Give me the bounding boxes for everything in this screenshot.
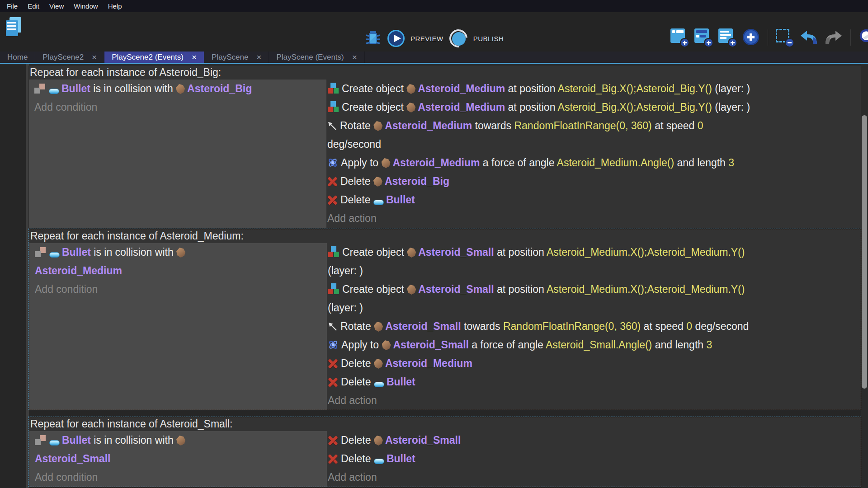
event-header[interactable]: Repeat for each instance of Asteroid_Sma…: [28, 417, 861, 431]
text: is in collision with: [90, 83, 176, 94]
action-row[interactable]: Rotate Asteroid_Small towards RandomFloa…: [328, 317, 847, 336]
events-stack: Repeat for each instance of Asteroid_Big…: [28, 66, 861, 487]
search-icon[interactable]: [858, 28, 868, 47]
action-row[interactable]: Create object Asteroid_Small at position…: [328, 280, 847, 317]
text: is in collision with: [91, 434, 176, 446]
collision-icon: [35, 247, 47, 258]
text: Create object: [342, 83, 406, 94]
tab-playscene2[interactable]: PlayScene2 ×: [35, 52, 104, 63]
action-row[interactable]: Rotate Asteroid_Medium towards RandomFlo…: [327, 117, 848, 154]
action-row[interactable]: Delete Asteroid_Medium: [328, 354, 847, 373]
tab-playscene2-events[interactable]: PlayScene2 (Events) ×: [104, 52, 204, 63]
expression: 0: [686, 320, 692, 332]
asteroid-object-icon: [382, 340, 391, 350]
asteroid-object-icon: [374, 359, 383, 369]
action-row[interactable]: Apply to Asteroid_Small a force of angle…: [328, 336, 847, 354]
text: at speed: [641, 320, 686, 332]
text: Delete: [340, 175, 373, 187]
text: at position: [505, 101, 557, 113]
tab-home[interactable]: Home: [0, 52, 35, 63]
condition-row[interactable]: Bullet is in collision with Asteroid_Sma…: [35, 431, 322, 468]
add-comment-icon[interactable]: [718, 28, 736, 47]
publish-globe-icon[interactable]: [449, 29, 467, 47]
asteroid-object-icon: [176, 248, 185, 258]
actions-panel: Create object Asteroid_Medium at positio…: [326, 80, 861, 228]
bullet-object-icon: [374, 459, 384, 464]
asteroid-object-icon: [406, 84, 415, 94]
bullet-object-icon: [49, 89, 59, 94]
rotate-icon: [327, 121, 337, 131]
text: Delete: [341, 357, 374, 369]
vertical-scrollbar[interactable]: [861, 64, 868, 488]
condition-row[interactable]: Bullet is in collision with Asteroid_Med…: [35, 243, 322, 280]
action-row[interactable]: Create object Asteroid_Medium at positio…: [327, 80, 848, 98]
text: at position: [505, 83, 557, 94]
condition-row[interactable]: Bullet is in collision with Asteroid_Big: [34, 80, 322, 98]
bullet-object-icon: [373, 200, 384, 205]
add-event-icon[interactable]: [670, 28, 689, 47]
add-condition-button[interactable]: Add condition: [35, 468, 322, 487]
undo-icon[interactable]: [799, 29, 818, 46]
object-name: Bullet: [387, 453, 415, 465]
close-icon[interactable]: ×: [352, 53, 357, 61]
action-row[interactable]: Apply to Asteroid_Medium a force of angl…: [327, 154, 848, 172]
expression: Asteroid_Big.X();Asteroid_Big.Y(): [558, 101, 712, 113]
add-action-button[interactable]: Add action: [327, 209, 848, 228]
event-header[interactable]: Repeat for each instance of Asteroid_Big…: [28, 66, 861, 80]
event-block[interactable]: Repeat for each instance of Asteroid_Med…: [28, 229, 861, 410]
delete-icon: [327, 195, 338, 205]
add-subevent-icon[interactable]: [694, 28, 712, 47]
action-row[interactable]: Delete Asteroid_Big: [327, 172, 848, 191]
close-icon[interactable]: ×: [92, 53, 97, 61]
add-event-chooser-icon[interactable]: [742, 28, 760, 47]
action-row[interactable]: Delete Bullet: [327, 191, 848, 209]
create-icon: [328, 283, 340, 295]
conditions-panel: Bullet is in collision with Asteroid_Big…: [29, 80, 326, 228]
menu-view[interactable]: View: [44, 2, 69, 10]
expression: RandomFloatInRange(0, 360): [514, 120, 651, 131]
actions-panel: Delete Asteroid_SmallDelete BulletAdd ac…: [327, 431, 861, 487]
add-action-button[interactable]: Add action: [328, 391, 847, 410]
object-name: Asteroid_Big: [385, 175, 449, 187]
expression: 3: [728, 157, 734, 169]
tab-playscene-events[interactable]: PlayScene (Events) ×: [269, 52, 364, 63]
debugger-bug-icon[interactable]: [364, 29, 382, 47]
events-sheet: Repeat for each instance of Asteroid_Big…: [0, 64, 861, 488]
select-remove-icon[interactable]: [775, 28, 793, 47]
add-condition-button[interactable]: Add condition: [34, 98, 322, 117]
menu-edit[interactable]: Edit: [23, 2, 44, 10]
preview-button[interactable]: PREVIEW: [410, 35, 443, 42]
action-row[interactable]: Delete Bullet: [328, 450, 847, 468]
expression: RandomFloatInRange(0, 360): [503, 320, 641, 332]
tab-playscene[interactable]: PlayScene ×: [204, 52, 269, 63]
asteroid-object-icon: [406, 103, 415, 113]
tab-label: PlayScene2 (Events): [112, 53, 184, 62]
action-row[interactable]: Create object Asteroid_Medium at positio…: [327, 98, 848, 117]
text: (layer: ): [712, 101, 750, 113]
close-icon[interactable]: ×: [256, 53, 261, 61]
text: at position: [494, 283, 547, 295]
text: (layer: ): [712, 83, 750, 94]
publish-button[interactable]: PUBLISH: [473, 35, 504, 42]
text: Delete: [341, 376, 374, 388]
event-block[interactable]: Repeat for each instance of Asteroid_Big…: [28, 66, 861, 228]
close-icon[interactable]: ×: [192, 53, 197, 61]
logo-front-page: [6, 20, 18, 36]
redo-icon[interactable]: [824, 29, 843, 46]
menu-window[interactable]: Window: [69, 2, 103, 10]
menu-file[interactable]: File: [2, 2, 23, 10]
event-header[interactable]: Repeat for each instance of Asteroid_Med…: [28, 229, 861, 243]
preview-play-icon[interactable]: [387, 30, 405, 47]
text: (layer: ): [328, 265, 363, 277]
add-condition-button[interactable]: Add condition: [35, 280, 322, 299]
event-block[interactable]: Repeat for each instance of Asteroid_Sma…: [28, 417, 861, 487]
action-row[interactable]: Delete Asteroid_Small: [328, 431, 847, 450]
menu-help[interactable]: Help: [103, 2, 127, 10]
add-action-button[interactable]: Add action: [328, 468, 847, 487]
asteroid-object-icon: [374, 322, 383, 332]
scrollbar-thumb[interactable]: [862, 115, 867, 389]
action-row[interactable]: Create object Asteroid_Small at position…: [328, 243, 847, 280]
action-row[interactable]: Delete Bullet: [328, 373, 847, 391]
toolbar-separator: [768, 29, 768, 46]
object-name: Bullet: [62, 434, 91, 446]
